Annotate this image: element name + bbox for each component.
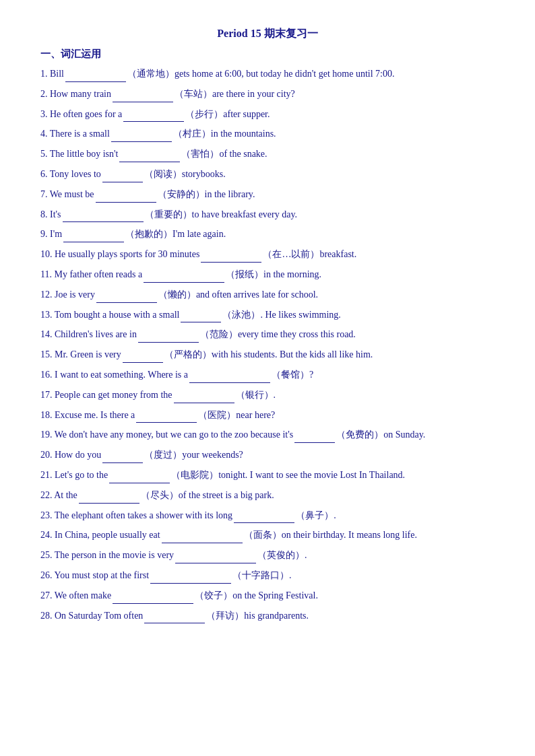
item-hint: （阅读） [144,169,182,179]
item-hint: （严格的） [164,349,212,359]
item-text-before: Bill [50,69,64,79]
item-text-after: I'm late again. [172,229,226,239]
item-text-after: and often arrives late for school. [196,289,318,300]
blank-field[interactable] [201,252,261,263]
item-text-after: storybooks. [182,169,226,179]
list-item: 13. Tom bought a house with a small（泳池）.… [40,307,495,323]
item-text-after: . [305,550,307,560]
item-text-before: The person in the movie is very [55,550,174,560]
list-item: 6. Tony loves to（阅读）storybooks. [40,166,495,182]
blank-field[interactable] [138,332,199,343]
item-text-after: on the Spring Festival. [232,590,318,600]
blank-field[interactable] [175,553,256,563]
item-text-before: Let's go to the [55,470,108,480]
blank-field[interactable] [96,292,157,303]
item-hint: （饺子） [195,590,232,600]
item-text-before: Tony loves to [50,169,101,179]
blank-field[interactable] [119,151,180,162]
list-item: 10. He usually plays sports for 30 minut… [40,246,495,263]
blank-field[interactable] [96,192,156,203]
item-hint: （尽头） [141,490,179,500]
blank-field[interactable] [136,412,197,423]
blank-field[interactable] [63,211,144,222]
item-number: 7. [40,189,48,199]
item-text-before: At the [54,490,77,500]
blank-field[interactable] [109,473,170,483]
blank-field[interactable] [144,272,224,283]
list-item: 4. There is a small（村庄）in the mountains. [40,126,495,142]
item-number: 21. [40,470,53,480]
item-text-before: You must stop at the first [54,570,149,580]
item-hint: （在…以前） [263,249,319,259]
blank-field[interactable] [111,131,172,142]
item-text-after: on Sunday. [383,429,425,440]
item-number: 28. [40,611,53,621]
item-number: 4. [40,129,48,139]
item-text-after: after supper. [223,109,270,119]
item-text-after: gets home at 6:00, but today he didn't g… [175,69,394,79]
exercise-list: 1. Bill（通常地）gets home at 6:00, but today… [40,66,495,623]
page-title: Period 15 期末复习一 [40,27,495,41]
item-text-before: He usually plays sports for 30 minutes [55,249,199,259]
item-hint: （十字路口） [232,570,289,580]
item-text-before: People can get money from the [55,390,172,400]
item-hint: （英俊的） [257,550,305,560]
item-hint: （医院） [198,410,236,420]
item-number: 15. [40,349,53,359]
item-text-before: I want to eat something. Where is a [55,370,188,380]
list-item: 3. He often goes for a（步行）after supper. [40,106,495,123]
blank-field[interactable] [123,111,184,122]
blank-field[interactable] [123,352,163,363]
list-item: 8. It's（重要的）to have breakfast every day. [40,207,495,223]
item-number: 20. [40,450,53,460]
blank-field[interactable] [63,232,124,242]
item-text-before: He often goes for a [50,109,122,119]
blank-field[interactable] [113,92,173,102]
item-text-before: How do you [55,450,101,460]
item-text-after: to have breakfast every day. [192,209,298,219]
item-text-after: on their birthday. It means long life. [282,530,417,540]
item-text-after: breakfast. [319,249,356,259]
blank-field[interactable] [181,312,221,322]
blank-field[interactable] [234,512,294,523]
list-item: 14. Children's lives are in（范险）every tim… [40,327,495,343]
blank-field[interactable] [174,392,234,403]
item-text-before: We often make [55,590,111,600]
item-text-before: In China, people usually eat [55,530,160,540]
item-text-after: in the library. [205,189,255,199]
list-item: 22. At the（尽头）of the street is a big par… [40,487,495,504]
blank-field[interactable] [102,172,143,182]
blank-field[interactable] [102,452,143,463]
blank-field[interactable] [144,613,205,623]
item-text-after: tonight. I want to see the movie Lost In… [218,470,405,480]
item-hint: （抱歉的） [125,229,172,239]
list-item: 1. Bill（通常地）gets home at 6:00, but today… [40,66,495,82]
item-text-after: with his students. But the kids all like… [212,349,373,359]
item-text-before: How many train [50,89,111,99]
item-text-before: Excuse me. Is there a [55,410,135,420]
blank-field[interactable] [189,372,270,383]
item-hint: （懒的） [158,289,196,300]
list-item: 19. We don't have any money, but we can … [40,427,495,443]
blank-field[interactable] [162,532,243,543]
blank-field[interactable] [294,432,335,443]
blank-field[interactable] [65,71,126,82]
item-text-before: It's [50,209,61,219]
item-text-before: We don't have any money, but we can go t… [55,429,293,440]
item-text-before: Tom bought a house with a small [55,310,180,320]
item-number: 5. [40,149,48,159]
blank-field[interactable] [150,573,231,584]
item-number: 23. [40,510,53,520]
item-number: 26. [40,570,53,580]
blank-field[interactable] [79,493,139,504]
item-hint: （车站） [175,89,212,99]
list-item: 2. How many train（车站）are there in your c… [40,86,495,102]
item-number: 3. [40,109,48,119]
item-text-after: . [334,510,336,520]
blank-field[interactable] [113,593,193,604]
item-text-after: in the morning. [263,269,321,279]
list-item: 21. Let's go to the（电影院）tonight. I want … [40,467,495,483]
list-item: 18. Excuse me. Is there a（医院）near here? [40,407,495,423]
list-item: 16. I want to eat something. Where is a（… [40,367,495,383]
item-number: 9. [40,229,48,239]
